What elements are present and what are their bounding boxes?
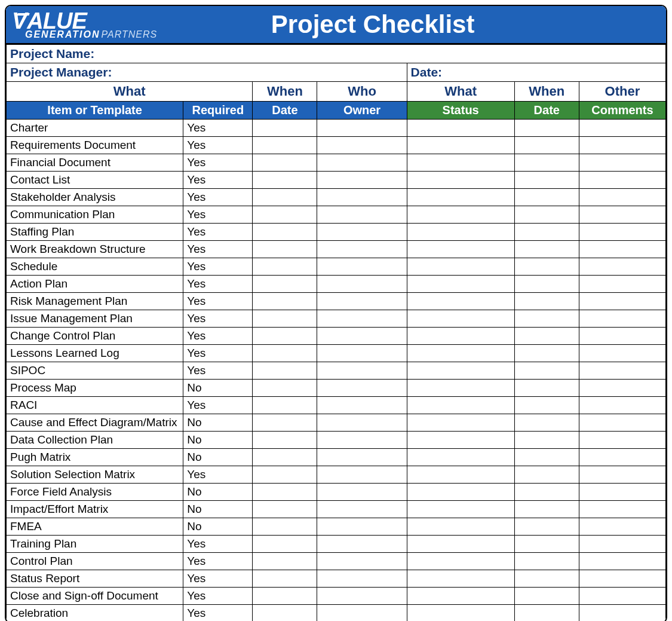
cell-comments [579, 380, 665, 397]
cell-owner [317, 397, 407, 414]
cell-comments [579, 553, 665, 570]
cell-status [407, 328, 514, 345]
cell-status [407, 189, 514, 206]
cell-date-2 [514, 241, 579, 258]
cell-status [407, 414, 514, 432]
cell-item: Cause and Effect Diagram/Matrix [7, 414, 183, 432]
group-when-2: When [514, 82, 579, 102]
cell-comments [579, 328, 665, 345]
cell-required: No [183, 518, 253, 536]
cell-status [407, 276, 514, 293]
cell-date-2 [514, 432, 579, 449]
cell-item: Issue Management Plan [7, 310, 183, 328]
cell-date-2 [514, 588, 579, 605]
project-manager-label: Project Manager: [7, 63, 407, 82]
cell-required: No [183, 414, 253, 432]
logo-bottom: GENERATION PARTNERS [12, 30, 157, 39]
cell-status [407, 397, 514, 414]
table-row: FMEANo [7, 518, 666, 536]
cell-required: Yes [183, 310, 253, 328]
cell-owner [317, 172, 407, 189]
cell-required: Yes [183, 120, 253, 137]
cell-date-2 [514, 518, 579, 536]
table-row: Action PlanYes [7, 276, 666, 293]
cell-owner [317, 414, 407, 432]
table-row: Force Field AnalysisNo [7, 484, 666, 501]
cell-owner [317, 345, 407, 362]
cell-status [407, 206, 514, 224]
cell-comments [579, 258, 665, 276]
cell-date-2 [514, 414, 579, 432]
table-row: Staffing PlanYes [7, 224, 666, 241]
cell-owner [317, 449, 407, 466]
cell-date-1 [253, 605, 317, 622]
cell-owner [317, 432, 407, 449]
cell-comments [579, 362, 665, 380]
cell-comments [579, 137, 665, 154]
cell-owner [317, 588, 407, 605]
cell-status [407, 241, 514, 258]
banner: V ALUE GENERATION PARTNERS Project Check… [6, 6, 666, 44]
cell-owner [317, 570, 407, 588]
cell-comments [579, 293, 665, 310]
cell-date-2 [514, 328, 579, 345]
cell-required: No [183, 484, 253, 501]
cell-status [407, 605, 514, 622]
table-row: Lessons Learned LogYes [7, 345, 666, 362]
cell-date-1 [253, 345, 317, 362]
cell-comments [579, 397, 665, 414]
group-when-1: When [253, 82, 317, 102]
cell-status [407, 120, 514, 137]
cell-date-2 [514, 206, 579, 224]
cell-item: Status Report [7, 570, 183, 588]
cell-date-2 [514, 120, 579, 137]
logo: V ALUE GENERATION PARTNERS [12, 10, 157, 39]
col-required: Required [183, 102, 253, 120]
table-row: CelebrationYes [7, 605, 666, 622]
cell-owner [317, 189, 407, 206]
table-row: Solution Selection MatrixYes [7, 466, 666, 484]
column-header-row: Item or Template Required Date Owner Sta… [7, 102, 666, 120]
cell-date-1 [253, 362, 317, 380]
cell-item: Contact List [7, 172, 183, 189]
cell-status [407, 224, 514, 241]
table-row: Communication PlanYes [7, 206, 666, 224]
cell-status [407, 380, 514, 397]
cell-date-1 [253, 120, 317, 137]
table-row: Work Breakdown StructureYes [7, 241, 666, 258]
date-label: Date: [407, 63, 665, 82]
cell-required: Yes [183, 588, 253, 605]
cell-item: Lessons Learned Log [7, 345, 183, 362]
cell-date-2 [514, 310, 579, 328]
cell-status [407, 553, 514, 570]
col-status: Status [407, 102, 514, 120]
cell-required: Yes [183, 241, 253, 258]
cell-required: Yes [183, 570, 253, 588]
cell-item: Close and Sign-off Document [7, 588, 183, 605]
cell-date-1 [253, 154, 317, 172]
cell-date-1 [253, 258, 317, 276]
cell-status [407, 345, 514, 362]
col-comments: Comments [579, 102, 665, 120]
cell-comments [579, 466, 665, 484]
cell-comments [579, 414, 665, 432]
cell-date-1 [253, 449, 317, 466]
cell-date-1 [253, 206, 317, 224]
cell-date-1 [253, 137, 317, 154]
cell-date-2 [514, 154, 579, 172]
cell-comments [579, 241, 665, 258]
cell-comments [579, 224, 665, 241]
cell-comments [579, 276, 665, 293]
cell-item: Solution Selection Matrix [7, 466, 183, 484]
cell-date-2 [514, 224, 579, 241]
cell-owner [317, 484, 407, 501]
cell-item: Process Map [7, 380, 183, 397]
cell-owner [317, 154, 407, 172]
group-what-1: What [7, 82, 253, 102]
cell-date-2 [514, 536, 579, 553]
cell-owner [317, 293, 407, 310]
checklist-table: Project Name: Project Manager: Date: Wha… [6, 44, 666, 621]
cell-required: Yes [183, 536, 253, 553]
project-name-label: Project Name: [7, 45, 666, 63]
table-row: Pugh MatrixNo [7, 449, 666, 466]
